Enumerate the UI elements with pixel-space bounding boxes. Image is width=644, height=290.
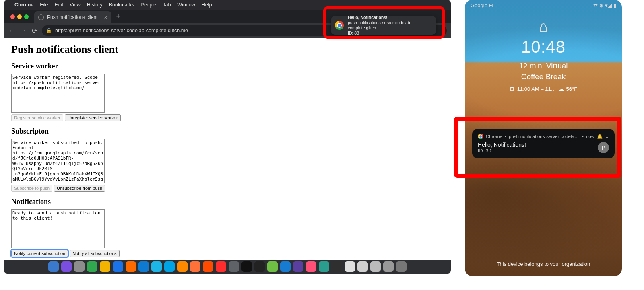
dock-app-icon[interactable]	[190, 261, 200, 272]
dock-app-icon[interactable]	[203, 261, 213, 272]
lockscreen-time: 10:48	[465, 37, 622, 57]
lock-icon: 🔒	[46, 28, 52, 33]
weather-time: 11:00 AM – 11…	[517, 86, 556, 92]
close-window-icon[interactable]	[10, 14, 15, 19]
lockscreen-footer: This device belongs to your organization	[465, 261, 622, 267]
dock-app-icon[interactable]	[280, 261, 291, 272]
dock-app-icon[interactable]	[306, 261, 316, 272]
maximize-window-icon[interactable]	[24, 14, 29, 19]
menu-bookmarks[interactable]: Bookmarks	[109, 2, 134, 8]
dock-app-icon[interactable]	[357, 261, 368, 272]
reload-button[interactable]: ⟳	[31, 27, 38, 35]
dock-app-icon[interactable]	[345, 261, 355, 272]
dock-app-icon[interactable]	[229, 261, 239, 272]
dock-app-icon[interactable]	[74, 261, 85, 272]
dock-app-icon[interactable]	[126, 261, 136, 272]
subscribe-button: Subscribe to push	[11, 185, 52, 192]
sub-heading: Subscripton	[11, 127, 444, 136]
dock-app-icon[interactable]	[319, 261, 329, 272]
window-controls	[7, 14, 32, 19]
dock-app-icon[interactable]	[332, 261, 342, 272]
page-body: Push notifications client Service worker…	[4, 38, 451, 260]
android-statusbar: Google Fi ⇄ ⊕ ▾◢ ▮	[465, 0, 622, 11]
dock-app-icon[interactable]	[254, 261, 265, 272]
page-title: Push notifications client	[11, 43, 444, 56]
dock-app-icon[interactable]	[87, 261, 97, 272]
subscription-textarea[interactable]	[11, 139, 105, 183]
forward-button[interactable]: →	[19, 27, 27, 34]
tab-close-icon[interactable]: ×	[104, 14, 107, 21]
dock-app-icon[interactable]	[396, 261, 407, 272]
lock-icon	[465, 23, 622, 35]
menu-window[interactable]: Window	[177, 2, 195, 8]
menu-edit[interactable]: Edit	[54, 2, 63, 8]
menu-people[interactable]: People	[140, 2, 156, 8]
tab-favicon-icon	[38, 14, 44, 20]
cloud-icon: ☁	[559, 86, 564, 92]
carrier-label: Google Fi	[471, 2, 493, 8]
dock-app-icon[interactable]	[177, 261, 188, 272]
notify-all-button[interactable]: Notify all subscriptions	[70, 250, 119, 257]
dock-app-icon[interactable]	[48, 261, 59, 272]
back-button[interactable]: ←	[8, 27, 15, 34]
dock-app-icon[interactable]	[100, 261, 110, 272]
minimize-window-icon[interactable]	[17, 14, 22, 19]
sw-status-textarea[interactable]	[11, 74, 105, 113]
dock-app-icon[interactable]	[267, 261, 278, 272]
highlight-box-desktop	[323, 6, 445, 39]
menu-history[interactable]: History	[87, 2, 103, 8]
dock-app-icon[interactable]	[164, 261, 175, 272]
notif-heading: Notifications	[11, 197, 444, 206]
sw-heading: Service worker	[11, 62, 444, 70]
dock-app-icon[interactable]	[138, 261, 149, 272]
notifications-textarea[interactable]	[11, 209, 105, 248]
menu-help[interactable]: Help	[202, 2, 212, 8]
weather-temp: 56°F	[566, 86, 578, 92]
menu-tab[interactable]: Tab	[163, 2, 171, 8]
status-icons: ⇄ ⊕ ▾◢ ▮	[593, 2, 616, 8]
dock-app-icon[interactable]	[242, 261, 252, 272]
dock-app-icon[interactable]	[383, 261, 394, 272]
tab-title: Push notifications client	[47, 14, 97, 20]
dock-app-icon[interactable]	[216, 261, 226, 272]
new-tab-button[interactable]: +	[114, 12, 123, 21]
lockscreen-event: 12 min: Virtual Coffee Break	[465, 61, 622, 82]
svg-rect-0	[540, 27, 547, 32]
browser-tab[interactable]: Push notifications client ×	[34, 11, 111, 23]
dock-app-icon[interactable]	[293, 261, 303, 272]
menu-file[interactable]: File	[40, 2, 48, 8]
notify-current-button[interactable]: Notify current subscription	[11, 250, 68, 257]
dock-app-icon[interactable]	[113, 261, 123, 272]
lockscreen-weather: 🗓 11:00 AM – 11… ☁ 56°F	[465, 86, 622, 92]
unsubscribe-button[interactable]: Unsubscribe from push	[54, 185, 105, 192]
mac-chrome-window: Chrome File Edit View History Bookmarks …	[4, 0, 451, 274]
dock-app-icon[interactable]	[61, 261, 72, 272]
url-text: https://push-notifications-server-codela…	[55, 28, 188, 33]
unregister-sw-button[interactable]: Unregister service worker	[65, 114, 121, 121]
mac-dock	[4, 260, 451, 274]
dock-app-icon[interactable]	[151, 261, 162, 272]
menubar-app[interactable]: Chrome	[14, 2, 33, 8]
highlight-box-mobile	[454, 117, 621, 178]
calendar-icon: 🗓	[510, 86, 515, 92]
menu-view[interactable]: View	[70, 2, 80, 8]
dock-app-icon[interactable]	[370, 261, 381, 272]
register-sw-button: Register service worker	[11, 114, 63, 121]
